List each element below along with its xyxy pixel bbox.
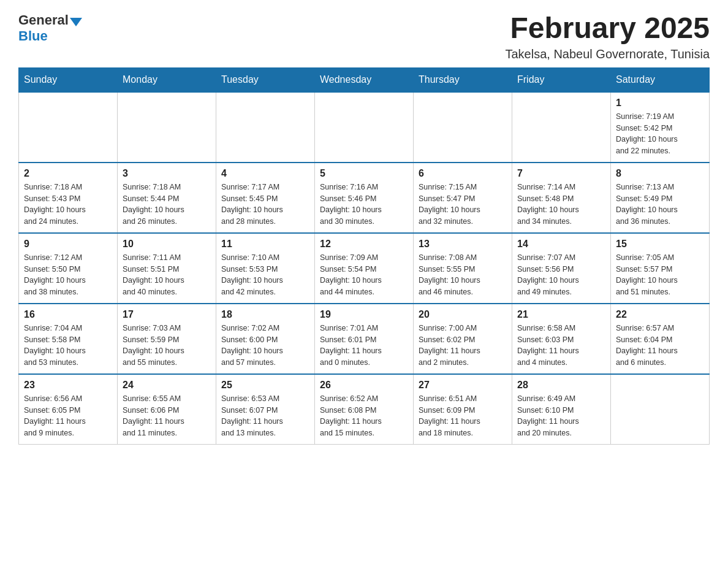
day-number: 25 [221,380,309,391]
calendar-cell: 27Sunrise: 6:51 AM Sunset: 6:09 PM Dayli… [414,374,512,445]
weekday-header-wednesday: Wednesday [315,67,414,92]
day-number: 13 [419,239,507,250]
weekday-header-row: SundayMondayTuesdayWednesdayThursdayFrid… [19,67,710,92]
day-info: Sunrise: 7:01 AM Sunset: 6:01 PM Dayligh… [320,323,408,369]
day-number: 9 [24,239,112,250]
calendar-cell: 13Sunrise: 7:08 AM Sunset: 5:55 PM Dayli… [414,233,512,304]
day-info: Sunrise: 6:52 AM Sunset: 6:08 PM Dayligh… [320,393,408,439]
month-title: February 2025 [505,12,710,45]
calendar-cell: 5Sunrise: 7:16 AM Sunset: 5:46 PM Daylig… [315,163,414,233]
day-number: 18 [221,309,309,320]
day-number: 21 [517,309,605,320]
calendar-cell: 20Sunrise: 7:00 AM Sunset: 6:02 PM Dayli… [414,304,512,374]
day-number: 1 [616,98,704,109]
weekday-header-tuesday: Tuesday [216,67,315,92]
day-info: Sunrise: 7:19 AM Sunset: 5:42 PM Dayligh… [616,111,704,157]
day-info: Sunrise: 7:17 AM Sunset: 5:45 PM Dayligh… [221,182,309,228]
day-info: Sunrise: 7:05 AM Sunset: 5:57 PM Dayligh… [616,252,704,298]
day-number: 27 [419,380,507,391]
weekday-header-monday: Monday [118,67,216,92]
day-info: Sunrise: 7:15 AM Sunset: 5:47 PM Dayligh… [419,182,507,228]
calendar-cell: 6Sunrise: 7:15 AM Sunset: 5:47 PM Daylig… [414,163,512,233]
calendar-cell: 8Sunrise: 7:13 AM Sunset: 5:49 PM Daylig… [611,163,710,233]
day-info: Sunrise: 7:18 AM Sunset: 5:43 PM Dayligh… [24,182,112,228]
day-number: 5 [320,168,408,179]
day-info: Sunrise: 6:58 AM Sunset: 6:03 PM Dayligh… [517,323,605,369]
calendar-cell: 25Sunrise: 6:53 AM Sunset: 6:07 PM Dayli… [216,374,315,445]
day-info: Sunrise: 7:10 AM Sunset: 5:53 PM Dayligh… [221,252,309,298]
calendar-cell: 24Sunrise: 6:55 AM Sunset: 6:06 PM Dayli… [118,374,216,445]
logo-general-text: General [18,12,69,28]
calendar-cell: 19Sunrise: 7:01 AM Sunset: 6:01 PM Dayli… [315,304,414,374]
day-number: 6 [419,168,507,179]
day-number: 4 [221,168,309,179]
calendar-cell: 23Sunrise: 6:56 AM Sunset: 6:05 PM Dayli… [19,374,118,445]
calendar-cell: 17Sunrise: 7:03 AM Sunset: 5:59 PM Dayli… [118,304,216,374]
day-info: Sunrise: 7:08 AM Sunset: 5:55 PM Dayligh… [419,252,507,298]
day-info: Sunrise: 7:02 AM Sunset: 6:00 PM Dayligh… [221,323,309,369]
calendar-week-row: 1Sunrise: 7:19 AM Sunset: 5:42 PM Daylig… [19,92,710,163]
calendar-cell [414,92,512,163]
calendar-cell: 15Sunrise: 7:05 AM Sunset: 5:57 PM Dayli… [611,233,710,304]
day-number: 7 [517,168,605,179]
day-number: 26 [320,380,408,391]
calendar-cell: 16Sunrise: 7:04 AM Sunset: 5:58 PM Dayli… [19,304,118,374]
day-info: Sunrise: 7:11 AM Sunset: 5:51 PM Dayligh… [123,252,211,298]
day-number: 20 [419,309,507,320]
day-number: 11 [221,239,309,250]
day-info: Sunrise: 6:53 AM Sunset: 6:07 PM Dayligh… [221,393,309,439]
calendar-week-row: 9Sunrise: 7:12 AM Sunset: 5:50 PM Daylig… [19,233,710,304]
day-number: 10 [123,239,211,250]
calendar-cell: 26Sunrise: 6:52 AM Sunset: 6:08 PM Dayli… [315,374,414,445]
day-number: 14 [517,239,605,250]
day-info: Sunrise: 6:51 AM Sunset: 6:09 PM Dayligh… [419,393,507,439]
day-info: Sunrise: 7:12 AM Sunset: 5:50 PM Dayligh… [24,252,112,298]
calendar-cell: 7Sunrise: 7:14 AM Sunset: 5:48 PM Daylig… [512,163,611,233]
logo: General Blue [18,12,82,44]
location-title: Takelsa, Nabeul Governorate, Tunisia [505,47,710,61]
calendar-cell: 3Sunrise: 7:18 AM Sunset: 5:44 PM Daylig… [118,163,216,233]
day-number: 12 [320,239,408,250]
weekday-header-sunday: Sunday [19,67,118,92]
calendar-cell [512,92,611,163]
calendar-cell: 1Sunrise: 7:19 AM Sunset: 5:42 PM Daylig… [611,92,710,163]
day-info: Sunrise: 7:16 AM Sunset: 5:46 PM Dayligh… [320,182,408,228]
calendar-cell: 14Sunrise: 7:07 AM Sunset: 5:56 PM Dayli… [512,233,611,304]
day-info: Sunrise: 6:56 AM Sunset: 6:05 PM Dayligh… [24,393,112,439]
day-number: 24 [123,380,211,391]
day-info: Sunrise: 6:55 AM Sunset: 6:06 PM Dayligh… [123,393,211,439]
day-info: Sunrise: 6:57 AM Sunset: 6:04 PM Dayligh… [616,323,704,369]
day-number: 19 [320,309,408,320]
logo-arrow-icon [70,18,82,26]
calendar-cell [315,92,414,163]
day-info: Sunrise: 7:09 AM Sunset: 5:54 PM Dayligh… [320,252,408,298]
day-number: 16 [24,309,112,320]
calendar-cell: 2Sunrise: 7:18 AM Sunset: 5:43 PM Daylig… [19,163,118,233]
day-info: Sunrise: 7:14 AM Sunset: 5:48 PM Dayligh… [517,182,605,228]
calendar-cell: 9Sunrise: 7:12 AM Sunset: 5:50 PM Daylig… [19,233,118,304]
calendar-cell [19,92,118,163]
calendar-cell: 22Sunrise: 6:57 AM Sunset: 6:04 PM Dayli… [611,304,710,374]
calendar-week-row: 2Sunrise: 7:18 AM Sunset: 5:43 PM Daylig… [19,163,710,233]
day-info: Sunrise: 6:49 AM Sunset: 6:10 PM Dayligh… [517,393,605,439]
calendar-week-row: 16Sunrise: 7:04 AM Sunset: 5:58 PM Dayli… [19,304,710,374]
calendar-cell: 28Sunrise: 6:49 AM Sunset: 6:10 PM Dayli… [512,374,611,445]
day-number: 8 [616,168,704,179]
logo-blue-text: Blue [18,28,48,44]
day-info: Sunrise: 7:07 AM Sunset: 5:56 PM Dayligh… [517,252,605,298]
calendar-cell: 12Sunrise: 7:09 AM Sunset: 5:54 PM Dayli… [315,233,414,304]
day-number: 3 [123,168,211,179]
day-number: 2 [24,168,112,179]
weekday-header-friday: Friday [512,67,611,92]
day-info: Sunrise: 7:03 AM Sunset: 5:59 PM Dayligh… [123,323,211,369]
day-info: Sunrise: 7:00 AM Sunset: 6:02 PM Dayligh… [419,323,507,369]
weekday-header-thursday: Thursday [414,67,512,92]
calendar-cell: 11Sunrise: 7:10 AM Sunset: 5:53 PM Dayli… [216,233,315,304]
calendar-cell [611,374,710,445]
day-info: Sunrise: 7:13 AM Sunset: 5:49 PM Dayligh… [616,182,704,228]
calendar-cell: 10Sunrise: 7:11 AM Sunset: 5:51 PM Dayli… [118,233,216,304]
day-info: Sunrise: 7:18 AM Sunset: 5:44 PM Dayligh… [123,182,211,228]
calendar-cell: 4Sunrise: 7:17 AM Sunset: 5:45 PM Daylig… [216,163,315,233]
calendar-cell [216,92,315,163]
day-number: 17 [123,309,211,320]
